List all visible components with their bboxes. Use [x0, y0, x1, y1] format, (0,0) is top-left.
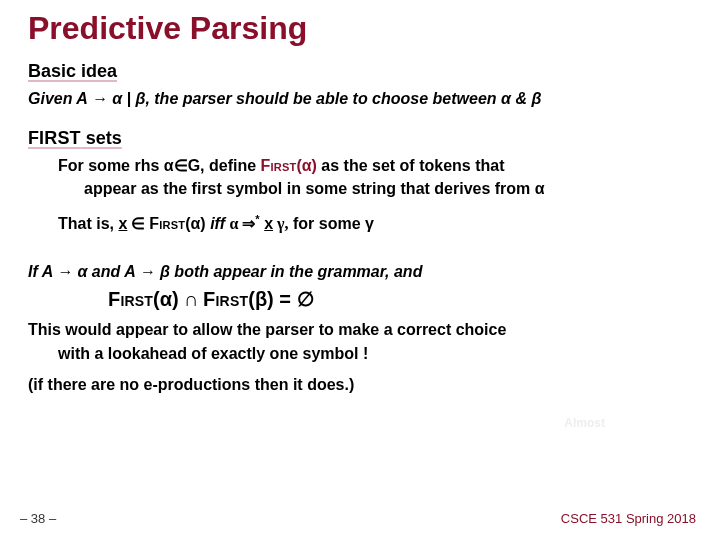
expr-first-b: First	[203, 288, 248, 310]
first-sets-heading: FIRST sets	[28, 128, 692, 149]
paren-note: (if there are no e-productions then it d…	[28, 374, 692, 396]
intersection-expr: First(α) ∩ First(β) = ∅	[108, 286, 692, 313]
slide: Predictive Parsing Basic idea Given A → …	[0, 0, 720, 540]
thatis-arg: (α)	[185, 215, 206, 232]
if-line: If A → α and A → β both appear in the gr…	[28, 261, 692, 283]
thatis-der: ⇒	[242, 215, 255, 232]
thatis-alpha: α	[229, 215, 242, 232]
thatis-part1: That is,	[58, 215, 118, 232]
expr-first-a: First	[108, 288, 153, 310]
first-f: F	[28, 128, 39, 148]
course-label: CSCE 531 Spring 2018	[561, 511, 696, 526]
almost-hidden-text: Almost	[564, 416, 605, 430]
def-line-1: For some rhs α∈G, define First(α) as the…	[58, 155, 692, 177]
thatis-iff: iff	[206, 215, 230, 232]
basic-idea-heading: Basic idea	[28, 61, 692, 82]
def-part2: as the set of tokens that	[317, 157, 505, 174]
def-first: First	[261, 157, 297, 174]
slide-title: Predictive Parsing	[28, 10, 692, 47]
thatis-line: That is, x ∈ First(α) iff α ⇒* x γ, for …	[58, 212, 692, 235]
expr-a: (α)	[153, 288, 179, 310]
expr-eq: = ∅	[274, 288, 314, 310]
page-number: – 38 –	[20, 511, 56, 526]
conclusion-1: This would appear to allow the parser to…	[28, 319, 692, 341]
thatis-tail: for some γ	[289, 215, 374, 232]
sets-label: sets	[81, 128, 122, 148]
def-arg: (α)	[296, 157, 317, 174]
thatis-first: First	[149, 215, 185, 232]
def-line-2: appear as the first symbol in some strin…	[84, 178, 692, 200]
thatis-x2: x	[264, 215, 273, 232]
expr-b: (β)	[248, 288, 274, 310]
given-text: Given A → α | β, the parser should be ab…	[28, 90, 541, 107]
def-part1: For some rhs α∈G, define	[58, 157, 261, 174]
thatis-in: ∈	[127, 215, 149, 232]
expr-cap: ∩	[179, 288, 203, 310]
conclusion-2: with a lookahead of exactly one symbol !	[58, 343, 692, 365]
given-line: Given A → α | β, the parser should be ab…	[28, 88, 692, 110]
if-text: If A → α and A → β both appear in the gr…	[28, 263, 422, 280]
first-sc: IRST	[39, 128, 81, 148]
thatis-gamma: γ,	[273, 215, 288, 232]
